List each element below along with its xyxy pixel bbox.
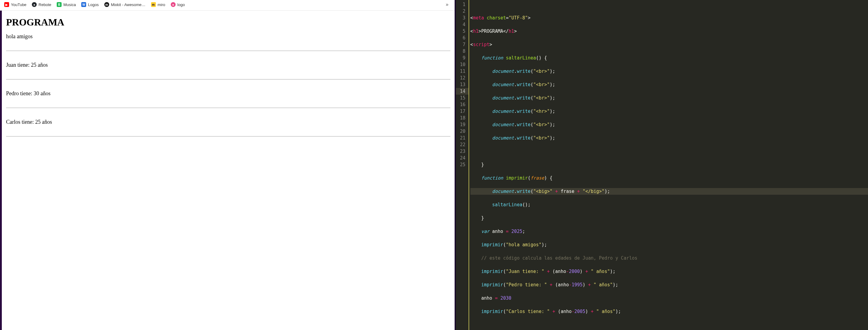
bookmark-label: Mixkit - Awesome…	[111, 2, 146, 7]
line-number: 23	[460, 148, 466, 155]
code-line: }	[470, 215, 868, 221]
code-line: document.write("<br>");	[470, 135, 868, 141]
editor-pane: 1 2 3 4 5 6 7 8 9 10 11 12 13 14 15 16 1…	[456, 0, 868, 330]
code-line: function imprimir(frase) {	[470, 175, 868, 181]
bookmark-label: Rebote	[38, 2, 51, 7]
page-viewport[interactable]: PROGRAMA hola amigos Juan tiene: 25 años…	[0, 10, 455, 330]
code-line	[470, 148, 868, 155]
code-line: <h1>PROGRAMA</h1>	[470, 28, 868, 35]
code-line: imprimir("Carlos tiene: " + (anho-2005) …	[470, 308, 868, 315]
line-number: 17	[460, 108, 466, 115]
bookmark-miro[interactable]: m miro	[151, 2, 165, 7]
line-number: 16	[460, 101, 466, 108]
code-line: document.write("<big>" + frase + "</big>…	[470, 188, 868, 195]
code-line: imprimir("Pedro tiene: " + (anho-1995) +…	[470, 281, 868, 288]
page-heading: PROGRAMA	[6, 17, 451, 28]
code-line: saltarLinea();	[470, 201, 868, 208]
code-line: anho = 2030	[470, 295, 868, 301]
code-line: document.write("<br>");	[470, 81, 868, 88]
code-line: document.write("<br>");	[470, 68, 868, 74]
line-number: 11	[460, 68, 466, 74]
line-number: 21	[460, 135, 466, 141]
line-number: 15	[460, 95, 466, 101]
code-line: <script>	[470, 41, 868, 48]
code-line: <meta charset="UTF-8">	[470, 14, 868, 21]
dribbble-icon: ●	[171, 2, 176, 7]
bookmark-label: YouTube	[11, 2, 26, 7]
line-number: 18	[460, 115, 466, 121]
bookmark-label: Logos	[88, 2, 99, 7]
bookmarks-overflow-button[interactable]: »	[444, 2, 451, 7]
github-icon: ●	[32, 2, 37, 7]
music-icon: B	[57, 2, 62, 7]
line-number: 20	[460, 128, 466, 135]
bookmark-label: miro	[158, 2, 165, 7]
page-line: Pedro tiene: 30 años	[6, 90, 50, 96]
page-line: Carlos tiene: 25 años	[6, 119, 52, 125]
editor-gutter: 1 2 3 4 5 6 7 8 9 10 11 12 13 14 15 16 1…	[456, 0, 469, 330]
bookmark-youtube[interactable]: ▶ YouTube	[4, 2, 26, 7]
line-number: 5	[460, 28, 466, 35]
line-number: 25	[460, 161, 466, 168]
miro-icon: m	[151, 2, 156, 7]
bookmark-rebote[interactable]: ● Rebote	[32, 2, 51, 7]
browser-pane: ▶ YouTube ● Rebote B Musica W Logos m Mi…	[0, 0, 456, 330]
code-line: document.write("<br>");	[470, 95, 868, 101]
bookmark-label: logo	[178, 2, 185, 7]
line-number: 24	[460, 155, 466, 161]
line-number: 7	[460, 41, 466, 48]
bookmark-musica[interactable]: B Musica	[57, 2, 76, 7]
bookmark-label: Musica	[63, 2, 76, 7]
line-number: 13	[460, 81, 466, 88]
code-line: imprimir("hola amigos");	[470, 241, 868, 248]
line-number: 12	[460, 74, 466, 81]
line-number: 22	[460, 141, 466, 148]
logos-icon: W	[81, 2, 86, 7]
line-number: 14	[456, 88, 469, 95]
mixkit-icon: m	[104, 2, 109, 7]
bookmarks-bar: ▶ YouTube ● Rebote B Musica W Logos m Mi…	[0, 0, 455, 10]
bookmark-mixkit[interactable]: m Mixkit - Awesome…	[104, 2, 146, 7]
code-line: // este código calcula las edades de Jua…	[470, 255, 868, 262]
code-line: var anho = 2025;	[470, 228, 868, 235]
page-line: hola amigos	[6, 33, 33, 39]
code-line: }	[470, 161, 868, 168]
bookmark-logos[interactable]: W Logos	[81, 2, 99, 7]
code-line: document.write("<br>");	[470, 121, 868, 128]
line-number: 10	[460, 61, 466, 68]
code-line: function saltarLinea() {	[470, 55, 868, 61]
line-number: 6	[460, 35, 466, 41]
line-number: 4	[460, 21, 466, 28]
editor-code-area[interactable]: <meta charset="UTF-8"> <h1>PROGRAMA</h1>…	[469, 0, 868, 330]
line-number: 2	[460, 8, 466, 14]
code-line	[470, 322, 868, 328]
line-number: 8	[460, 48, 466, 55]
line-number: 19	[460, 121, 466, 128]
code-line: imprimir("Juan tiene: " + (anho-2000) + …	[470, 268, 868, 275]
line-number: 3	[460, 14, 466, 21]
youtube-icon: ▶	[4, 2, 9, 7]
line-number: 1	[460, 1, 466, 8]
code-line: document.write("<hr>");	[470, 108, 868, 115]
page-line: Juan tiene: 25 años	[6, 62, 48, 68]
editor-fold-border	[469, 0, 469, 330]
line-number: 9	[460, 55, 466, 61]
bookmark-logo[interactable]: ● logo	[171, 2, 185, 7]
